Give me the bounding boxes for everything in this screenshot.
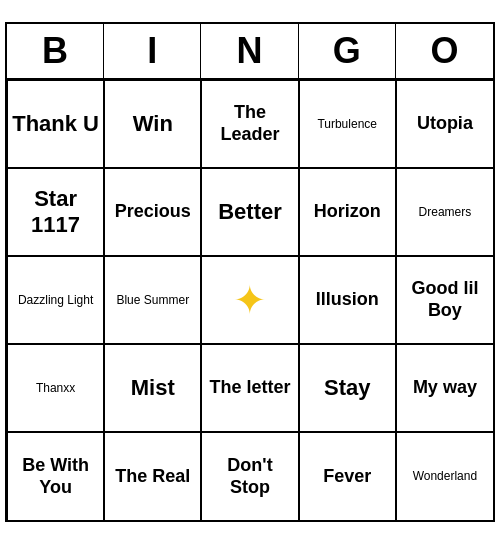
cell-label: Wonderland [413,469,478,483]
header-letter: O [396,24,493,78]
cell-label: Win [133,111,173,137]
header-letter: G [299,24,396,78]
cell-label: Be With You [12,455,99,498]
cell-label: Thanxx [36,381,75,395]
header-letter: N [201,24,298,78]
star-icon: ✦ [233,277,267,323]
bingo-cell[interactable]: Win [104,80,201,168]
bingo-cell[interactable]: The Real [104,432,201,520]
bingo-cell[interactable]: Stay [299,344,396,432]
cell-label: The Real [115,466,190,488]
bingo-cell[interactable]: Be With You [7,432,104,520]
header-letter: I [104,24,201,78]
bingo-cell[interactable]: Wonderland [396,432,493,520]
bingo-cell[interactable]: My way [396,344,493,432]
cell-label: Utopia [417,113,473,135]
cell-label: The Leader [206,102,293,145]
bingo-cell[interactable]: Don't Stop [201,432,298,520]
cell-label: Mist [131,375,175,401]
bingo-cell[interactable]: Good lil Boy [396,256,493,344]
bingo-cell[interactable]: Star 1117 [7,168,104,256]
bingo-cell[interactable]: Mist [104,344,201,432]
cell-label: Fever [323,466,371,488]
bingo-cell[interactable]: Better [201,168,298,256]
bingo-cell[interactable]: Precious [104,168,201,256]
cell-label: Good lil Boy [401,278,489,321]
cell-label: Illusion [316,289,379,311]
cell-label: Blue Summer [116,293,189,307]
cell-label: Stay [324,375,370,401]
cell-label: Horizon [314,201,381,223]
bingo-cell[interactable]: The Leader [201,80,298,168]
bingo-cell[interactable]: ✦ [201,256,298,344]
cell-label: Dazzling Light [18,293,93,307]
bingo-cell[interactable]: Thank U [7,80,104,168]
bingo-cell[interactable]: Illusion [299,256,396,344]
bingo-cell[interactable]: Fever [299,432,396,520]
bingo-cell[interactable]: Blue Summer [104,256,201,344]
bingo-cell[interactable]: Turbulence [299,80,396,168]
bingo-card: BINGO Thank UWinThe LeaderTurbulenceUtop… [5,22,495,522]
bingo-cell[interactable]: Utopia [396,80,493,168]
bingo-cell[interactable]: The letter [201,344,298,432]
header-letter: B [7,24,104,78]
cell-label: The letter [209,377,290,399]
cell-label: Turbulence [317,117,377,131]
bingo-cell[interactable]: Thanxx [7,344,104,432]
cell-label: Better [218,199,282,225]
bingo-header: BINGO [7,24,493,80]
cell-label: Precious [115,201,191,223]
cell-label: Dreamers [419,205,472,219]
cell-label: My way [413,377,477,399]
cell-label: Thank U [12,111,99,137]
bingo-cell[interactable]: Dazzling Light [7,256,104,344]
bingo-grid: Thank UWinThe LeaderTurbulenceUtopiaStar… [7,80,493,520]
cell-label: Don't Stop [206,455,293,498]
bingo-cell[interactable]: Dreamers [396,168,493,256]
bingo-cell[interactable]: Horizon [299,168,396,256]
cell-label: Star 1117 [12,186,99,239]
